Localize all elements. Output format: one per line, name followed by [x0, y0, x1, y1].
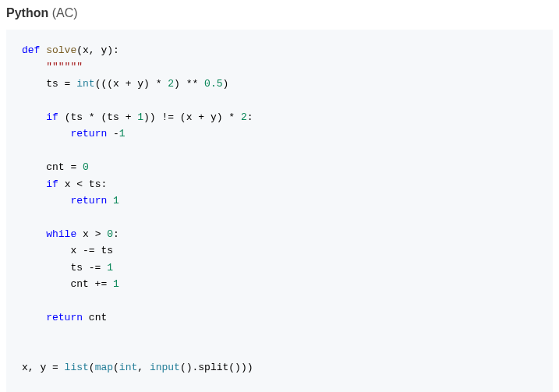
code-token: x >	[76, 228, 107, 240]
code-token	[22, 195, 70, 207]
code-token: 0.5	[204, 78, 222, 90]
code-token: ,	[137, 362, 150, 373]
code-token: x < ts:	[58, 178, 107, 190]
code-token: )	[222, 78, 228, 90]
code-token: 1	[113, 195, 119, 207]
code-token: 1	[119, 128, 126, 139]
code-token: ts =	[22, 78, 76, 90]
code-token: if	[46, 111, 58, 123]
code-token: return	[70, 128, 107, 139]
code-token: 1	[137, 111, 143, 123]
code-token: )) != (x + y) *	[143, 111, 241, 123]
code-token	[22, 312, 46, 323]
code-token: if	[46, 178, 58, 190]
code-token: :	[113, 228, 119, 240]
code-token	[22, 111, 46, 123]
code-token: def	[22, 44, 40, 56]
code-block: def solve(x, y): """""" ts = int(((x + y…	[6, 30, 553, 392]
code-token	[107, 195, 113, 207]
code-token: input	[150, 362, 180, 373]
code-token: 1	[113, 278, 119, 290]
code-token: while	[46, 228, 76, 240]
code-token	[22, 178, 46, 190]
code-token: ().split()))	[180, 362, 253, 373]
code-token: int	[119, 362, 137, 373]
code-token	[22, 128, 70, 139]
code-token: map	[95, 362, 113, 373]
code-token: (	[113, 362, 119, 373]
code-token	[22, 228, 46, 240]
code-token: 0	[83, 161, 89, 173]
code-token: cnt	[83, 312, 107, 323]
code-token: 1	[107, 262, 113, 274]
code-token: list	[65, 362, 89, 373]
code-token: cnt =	[22, 161, 83, 173]
code-token: :	[247, 111, 253, 123]
code-token: x, y =	[22, 362, 65, 373]
code-token: (((x + y) *	[95, 78, 168, 90]
status-label: (AC)	[52, 6, 78, 19]
code-token: cnt +=	[22, 278, 113, 290]
language-label: Python	[6, 6, 48, 19]
code-token: int	[76, 78, 94, 90]
code-token: -	[107, 128, 119, 139]
code-token: solve	[46, 44, 76, 56]
code-token: x -= ts	[22, 245, 113, 256]
code-token: (	[89, 362, 95, 373]
code-token: ts -=	[22, 262, 107, 274]
code-header: Python (AC)	[6, 6, 553, 20]
code-token: 2	[168, 78, 174, 90]
code-token	[22, 61, 46, 72]
code-token: 2	[241, 111, 247, 123]
code-token: (ts * (ts +	[58, 111, 137, 123]
code-token: (x, y):	[76, 44, 119, 56]
code-token: return	[70, 195, 107, 207]
code-token: return	[46, 312, 83, 323]
code-token: ) **	[174, 78, 204, 90]
code-token: """"""	[46, 61, 83, 72]
code-token: 0	[107, 228, 113, 240]
